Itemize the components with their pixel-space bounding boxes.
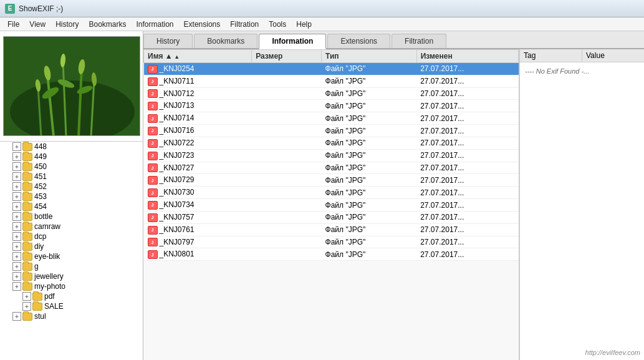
tree-expand-btn[interactable]: + — [12, 242, 21, 251]
tree-item[interactable]: +448 — [0, 142, 143, 152]
tree-item[interactable]: +jewellery — [0, 271, 143, 281]
table-row[interactable]: J_KNJ0716Файл "JPG"27.07.2017... — [144, 125, 519, 137]
tree-item[interactable]: +camraw — [0, 221, 143, 231]
tree-expand-btn[interactable]: + — [12, 182, 21, 191]
folder-icon — [22, 243, 32, 251]
tab-extensions[interactable]: Extensions — [327, 34, 390, 48]
tree-item-label: SALE — [44, 302, 64, 311]
folder-icon — [22, 163, 32, 171]
cell-size — [252, 211, 322, 223]
tree-expand-btn[interactable]: + — [12, 312, 21, 321]
tab-history[interactable]: History — [143, 34, 193, 48]
table-row[interactable]: J_KNJ0714Файл "JPG"27.07.2017... — [144, 112, 519, 125]
table-row[interactable]: J_KNJ0801Файл "JPG"27.07.2017... — [144, 248, 519, 261]
tree-item[interactable]: +dcp — [0, 231, 143, 241]
col-date[interactable]: Изменен — [416, 50, 518, 63]
tree-item[interactable]: +449 — [0, 152, 143, 162]
folder-icon — [22, 253, 32, 261]
tree-item[interactable]: +diy — [0, 241, 143, 251]
cell-size — [252, 236, 322, 248]
col-size[interactable]: Размер — [252, 50, 322, 63]
table-row[interactable]: J_KNJ0722Файл "JPG"27.07.2017... — [144, 137, 519, 149]
tree-expand-btn[interactable]: + — [12, 252, 21, 261]
cell-date: 27.07.2017... — [416, 87, 518, 100]
cell-size — [252, 162, 322, 174]
tree-item-label: 449 — [34, 152, 47, 161]
tree-item[interactable]: +451 — [0, 172, 143, 182]
menu-item-help[interactable]: Help — [291, 19, 317, 30]
table-row[interactable]: J_KNJ0797Файл "JPG"27.07.2017... — [144, 236, 519, 248]
tree-item-label: eye-blik — [34, 252, 60, 261]
table-row[interactable]: J_KNJ0729Файл "JPG"27.07.2017... — [144, 174, 519, 187]
table-row[interactable]: J_KNJ0734Файл "JPG"27.07.2017... — [144, 199, 519, 212]
tree-expand-btn[interactable]: + — [22, 292, 31, 301]
jpg-icon: J — [148, 77, 158, 86]
tab-filtration[interactable]: Filtration — [392, 34, 446, 48]
tree-item[interactable]: +pdf — [0, 291, 143, 301]
table-row[interactable]: J_KNJ0713Файл "JPG"27.07.2017... — [144, 100, 519, 112]
table-row[interactable]: J_KNJ0761Файл "JPG"27.07.2017... — [144, 223, 519, 236]
tree-expand-btn[interactable]: + — [12, 212, 21, 221]
menu-item-filtration[interactable]: Filtration — [225, 19, 264, 30]
folder-icon — [32, 293, 42, 301]
tree-expand-btn[interactable]: + — [12, 142, 21, 151]
menu-item-extensions[interactable]: Extensions — [179, 19, 226, 30]
table-row[interactable]: J_KNJ0730Файл "JPG"27.07.2017... — [144, 187, 519, 199]
tree-item[interactable]: +stul — [0, 311, 143, 321]
cell-type: Файл "JPG" — [322, 63, 417, 75]
tree-item[interactable]: +SALE — [0, 301, 143, 311]
menu-item-bookmarks[interactable]: Bookmarks — [84, 19, 131, 30]
tree-expand-btn[interactable]: + — [22, 302, 31, 311]
tree-expand-btn[interactable]: + — [12, 152, 21, 161]
table-row[interactable]: J_KNJ0254Файл "JPG"27.07.2017... — [144, 63, 519, 75]
tab-bookmarks[interactable]: Bookmarks — [194, 34, 257, 48]
preview-svg — [4, 37, 140, 136]
col-type[interactable]: Тип — [322, 50, 417, 63]
menu-item-history[interactable]: History — [50, 19, 84, 30]
tree-item[interactable]: +bottle — [0, 212, 143, 221]
jpg-icon: J — [148, 201, 158, 210]
cell-date: 27.07.2017... — [416, 199, 518, 212]
tree-item[interactable]: +450 — [0, 162, 143, 172]
table-row[interactable]: J_KNJ0711Файл "JPG"27.07.2017... — [144, 75, 519, 87]
table-row[interactable]: J_KNJ0727Файл "JPG"27.07.2017... — [144, 162, 519, 174]
cell-date: 27.07.2017... — [416, 63, 518, 75]
cell-size — [252, 63, 322, 75]
tree-item[interactable]: +eye-blik — [0, 251, 143, 261]
tree-item[interactable]: +454 — [0, 202, 143, 212]
tree-item-label: jewellery — [34, 272, 64, 281]
menu-item-view[interactable]: View — [24, 19, 50, 30]
tree-expand-btn[interactable]: + — [12, 222, 21, 231]
file-area: Имя ▲ Размер Тип Изменен J_KNJ0254Файл "… — [143, 49, 644, 360]
app-icon: E — [5, 4, 15, 14]
tab-information[interactable]: Information — [259, 34, 326, 49]
tree-item-label: 453 — [34, 192, 47, 201]
cell-date: 27.07.2017... — [416, 125, 518, 137]
tree-panel[interactable]: +448+449+450+451+452+453+454+bottle+camr… — [0, 141, 143, 360]
tree-expand-btn[interactable]: + — [12, 192, 21, 201]
table-row[interactable]: J_KNJ0723Файл "JPG"27.07.2017... — [144, 149, 519, 162]
tree-expand-btn[interactable]: + — [12, 172, 21, 181]
menu-item-file[interactable]: File — [2, 19, 24, 30]
file-table-container[interactable]: Имя ▲ Размер Тип Изменен J_KNJ0254Файл "… — [143, 49, 519, 360]
tree-expand-btn[interactable]: + — [12, 282, 21, 291]
tree-expand-btn[interactable]: + — [12, 232, 21, 241]
menu-item-information[interactable]: Information — [132, 19, 179, 30]
col-name[interactable]: Имя ▲ — [144, 50, 252, 63]
menu-item-tools[interactable]: Tools — [264, 19, 291, 30]
watermark: http://eviIfeev.com — [585, 349, 640, 356]
tree-expand-btn[interactable]: + — [12, 262, 21, 271]
tree-item[interactable]: +my-photo — [0, 281, 143, 291]
tree-expand-btn[interactable]: + — [12, 202, 21, 211]
table-row[interactable]: J_KNJ0757Файл "JPG"27.07.2017... — [144, 211, 519, 223]
tree-item[interactable]: +g — [0, 261, 143, 271]
tree-item[interactable]: +453 — [0, 192, 143, 202]
jpg-icon: J — [148, 213, 158, 222]
app-title: ShowEXIF ;-) — [19, 4, 63, 13]
tree-expand-btn[interactable]: + — [12, 272, 21, 281]
folder-icon — [22, 143, 32, 151]
table-row[interactable]: J_KNJ0712Файл "JPG"27.07.2017... — [144, 87, 519, 100]
tree-item[interactable]: +452 — [0, 182, 143, 192]
folder-icon — [32, 303, 42, 311]
tree-expand-btn[interactable]: + — [12, 162, 21, 171]
